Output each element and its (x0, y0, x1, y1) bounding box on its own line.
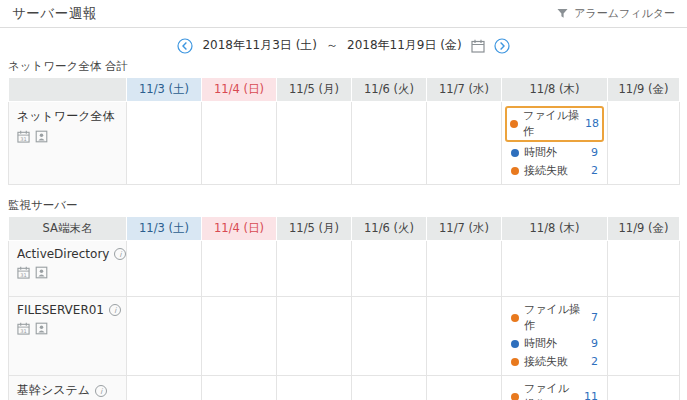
user-report-icon[interactable] (35, 322, 48, 335)
alarm-count[interactable]: 2 (591, 354, 598, 370)
day-cell (277, 102, 352, 185)
row-label-cell: ActiveDirectoryi31 (9, 241, 127, 297)
day-cell (352, 241, 427, 297)
svg-text:31: 31 (20, 328, 26, 334)
alarm-item[interactable]: ファイル操作7 (508, 301, 601, 335)
day-cell (277, 241, 352, 297)
day-column-header: 11/9 (金) (608, 78, 680, 102)
day-cell (427, 297, 502, 376)
row-label-cell: FILESERVER01i31 (9, 297, 127, 376)
alarm-label: 接続失敗 (524, 163, 568, 179)
day-column-header: 11/9 (金) (608, 217, 680, 241)
row-name: ActiveDirectoryi (17, 247, 118, 261)
alarm-label: ファイル操作 (524, 302, 586, 334)
row-name: FILESERVER01i (17, 303, 118, 317)
alarm-dot (511, 393, 519, 400)
table-row: ActiveDirectoryi31 (9, 241, 680, 297)
alarm-count[interactable]: 18 (585, 116, 599, 132)
network-section-title: ネットワーク全体 合計 (0, 59, 687, 74)
day-cell (427, 376, 502, 400)
day-cell (277, 297, 352, 376)
alarm-label: 接続失敗 (524, 354, 568, 370)
day-cell (502, 241, 608, 297)
day-column-header: 11/8 (木) (502, 78, 608, 102)
prev-week-button[interactable] (177, 38, 193, 54)
alarm-dot (511, 149, 519, 157)
day-cell (127, 102, 202, 185)
alarm-count[interactable]: 9 (591, 145, 598, 161)
header-bar: サーバー週報 アラームフィルター (0, 0, 687, 28)
row-label: 基幹システム (17, 382, 90, 399)
alarm-count[interactable]: 7 (591, 310, 598, 326)
info-icon[interactable]: i (109, 304, 121, 316)
calendar-picker-icon[interactable] (471, 39, 485, 53)
end-date: 2018年11月9日 (金) (347, 37, 462, 54)
day-column-header: 11/3 (土) (127, 217, 202, 241)
alarm-filter-label: アラームフィルター (574, 6, 675, 21)
alarm-count[interactable]: 11 (584, 389, 598, 400)
servers-header-row: SA端末名11/3 (土)11/4 (日)11/5 (月)11/6 (火)11/… (9, 217, 680, 241)
alarm-count[interactable]: 2 (591, 163, 598, 179)
svg-text:31: 31 (20, 136, 26, 142)
row-name: ネットワーク全体 (17, 108, 118, 125)
day-cell: ファイル操作18時間外9接続失敗2 (502, 102, 608, 185)
funnel-icon (557, 8, 568, 19)
day-column-header: 11/5 (月) (277, 217, 352, 241)
day-cell (127, 241, 202, 297)
day-cell (127, 297, 202, 376)
table-row: FILESERVER01i31ファイル操作7時間外9接続失敗2 (9, 297, 680, 376)
calendar-icon[interactable]: 31 (17, 130, 30, 143)
alarm-filter-button[interactable]: アラームフィルター (557, 6, 675, 21)
day-cell (608, 102, 680, 185)
alarm-dot (511, 340, 519, 348)
alarm-count[interactable]: 9 (591, 336, 598, 352)
row-label: ネットワーク全体 (17, 108, 114, 125)
row-name: 基幹システムi (17, 382, 118, 399)
day-cell: ファイル操作11 (502, 376, 608, 400)
servers-label-column-header: SA端末名 (9, 217, 127, 241)
row-label: FILESERVER01 (17, 303, 104, 317)
alarm-label: ファイル操作 (523, 108, 580, 140)
alarm-label: ファイル操作 (524, 381, 579, 400)
day-cell (202, 297, 277, 376)
day-cell (352, 297, 427, 376)
row-label-cell: 基幹システムi31 (9, 376, 127, 400)
alarm-item[interactable]: 時間外9 (508, 144, 601, 162)
day-column-header: 11/6 (火) (352, 217, 427, 241)
alarm-dot (511, 358, 519, 366)
day-cell (202, 102, 277, 185)
day-cell (202, 376, 277, 400)
row-action-icons: 31 (17, 266, 118, 279)
network-grid: 11/3 (土)11/4 (日)11/5 (月)11/6 (火)11/7 (水)… (8, 77, 680, 185)
day-cell (352, 376, 427, 400)
calendar-icon[interactable]: 31 (17, 322, 30, 335)
user-report-icon[interactable] (35, 130, 48, 143)
info-icon[interactable]: i (95, 385, 107, 397)
day-cell (427, 241, 502, 297)
calendar-icon[interactable]: 31 (17, 266, 30, 279)
alarm-item[interactable]: 時間外9 (508, 335, 601, 353)
info-icon[interactable]: i (114, 248, 126, 260)
day-column-header: 11/3 (土) (127, 78, 202, 102)
day-cell (608, 376, 680, 400)
day-cell (608, 297, 680, 376)
alarm-item[interactable]: 接続失敗2 (508, 353, 601, 371)
next-week-button[interactable] (494, 38, 510, 54)
alarm-label: 時間外 (524, 336, 557, 352)
day-column-header: 11/6 (火) (352, 78, 427, 102)
alarm-dot (510, 120, 518, 128)
alarm-item[interactable]: ファイル操作11 (508, 380, 601, 400)
network-summary-table: 11/3 (土)11/4 (日)11/5 (月)11/6 (火)11/7 (水)… (0, 77, 687, 185)
row-action-icons: 31 (17, 130, 118, 143)
alarm-item[interactable]: ファイル操作18 (505, 106, 604, 142)
svg-text:31: 31 (20, 272, 26, 278)
alarm-item[interactable]: 接続失敗2 (508, 162, 601, 180)
day-column-header: 11/4 (日) (202, 217, 277, 241)
day-column-header: 11/4 (日) (202, 78, 277, 102)
user-report-icon[interactable] (35, 266, 48, 279)
network-header-row: 11/3 (土)11/4 (日)11/5 (月)11/6 (火)11/7 (水)… (9, 78, 680, 102)
table-row: ネットワーク全体31ファイル操作18時間外9接続失敗2 (9, 102, 680, 185)
row-action-icons: 31 (17, 322, 118, 335)
date-range-navigator: 2018年11月3日 (土) ～ 2018年11月9日 (金) (0, 37, 687, 54)
alarm-dot (511, 167, 519, 175)
